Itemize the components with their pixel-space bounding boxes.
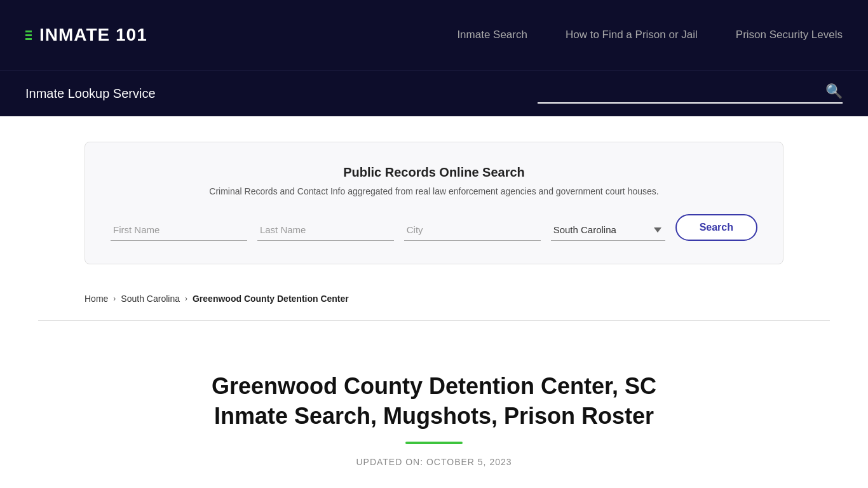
city-input[interactable]: [404, 219, 541, 241]
last-name-input[interactable]: [257, 219, 394, 241]
nav-links: Inmate Search How to Find a Prison or Ja…: [457, 29, 843, 41]
nav-prison-security[interactable]: Prison Security Levels: [736, 29, 843, 41]
updated-text: UPDATED ON: OCTOBER 5, 2023: [38, 457, 830, 467]
breadcrumb-home[interactable]: Home: [85, 294, 108, 304]
logo-text: INMATE 101: [39, 25, 147, 45]
public-records-title: Public Records Online Search: [111, 165, 757, 180]
first-name-field: [111, 219, 247, 241]
breadcrumb-state[interactable]: South Carolina: [121, 294, 180, 304]
top-nav: INMATE 101 Inmate Search How to Find a P…: [0, 0, 868, 70]
public-records-card: Public Records Online Search Criminal Re…: [85, 142, 783, 264]
search-strip: Inmate Lookup Service 🔍: [0, 70, 868, 116]
logo-bars-icon: [25, 30, 32, 40]
main-content: Public Records Online Search Criminal Re…: [0, 116, 868, 346]
search-form-row: South Carolina Alabama Alaska Arizona Ar…: [111, 214, 757, 241]
public-records-subtitle: Criminal Records and Contact Info aggreg…: [111, 186, 757, 196]
page-main-title: Greenwood County Detention Center, SC In…: [180, 372, 688, 431]
search-strip-input-wrapper: 🔍: [538, 83, 843, 104]
last-name-field: [257, 219, 394, 241]
search-button[interactable]: Search: [675, 214, 757, 241]
title-underline: [405, 442, 463, 444]
nav-inmate-search[interactable]: Inmate Search: [457, 29, 527, 41]
page-title-section: Greenwood County Detention Center, SC In…: [0, 346, 868, 480]
logo[interactable]: INMATE 101: [25, 25, 147, 45]
city-field: [404, 219, 541, 241]
breadcrumb-divider: [38, 320, 830, 321]
search-strip-input[interactable]: [538, 85, 825, 98]
state-field: South Carolina Alabama Alaska Arizona Ar…: [551, 219, 665, 241]
search-strip-search-icon[interactable]: 🔍: [825, 83, 843, 100]
first-name-input[interactable]: [111, 219, 247, 241]
breadcrumb-current: Greenwood County Detention Center: [193, 294, 349, 304]
state-select[interactable]: South Carolina Alabama Alaska Arizona Ar…: [551, 219, 665, 241]
search-strip-label: Inmate Lookup Service: [25, 86, 156, 101]
breadcrumb-separator-1: ›: [113, 294, 116, 303]
breadcrumb-separator-2: ›: [185, 294, 187, 303]
nav-how-to-find[interactable]: How to Find a Prison or Jail: [566, 29, 698, 41]
breadcrumb: Home › South Carolina › Greenwood County…: [85, 283, 783, 314]
